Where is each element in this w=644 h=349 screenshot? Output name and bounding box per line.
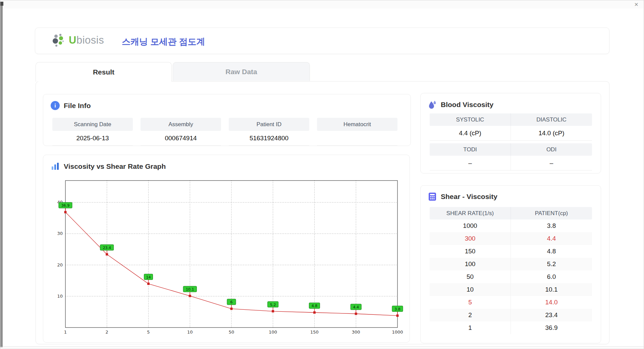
info-icon: i (51, 101, 60, 110)
patient-cell: 23.4 (511, 309, 592, 321)
systolic-value: 4.4 (cP) (430, 126, 511, 140)
svg-text:10: 10 (187, 330, 193, 335)
patient-cell: 10.1 (511, 283, 592, 296)
svg-text:6: 6 (230, 300, 233, 304)
shear-rate-cell: 50 (430, 270, 511, 283)
shear-viscosity-title: Shear - Viscosity (441, 193, 497, 201)
header-card: Ubiosis 스캐닝 모세관 점도계 (35, 28, 609, 54)
result-panel: i File Info Scanning Date 2025-06-13 Ass… (36, 81, 609, 344)
field-label: Patient ID (229, 118, 309, 131)
shear-rate-cell: 150 (430, 245, 511, 258)
field-label: Hematocrit (317, 118, 397, 131)
svg-text:100: 100 (269, 330, 277, 335)
logo-text: Ubiosis (69, 34, 104, 46)
chart-svg: 102030401251050100150300100036.923.41410… (50, 179, 404, 337)
svg-text:20: 20 (57, 262, 63, 267)
logo-u: U (69, 34, 76, 46)
app-logo: Ubiosis (51, 33, 104, 48)
table-row: 1010.1 (430, 283, 592, 296)
todi-header: TODI (430, 143, 511, 156)
table-row: 514.0 (430, 296, 592, 309)
table-row: 223.4 (430, 309, 592, 321)
shear-viscosity-table: SHEAR RATE(1/s) PATIENT(cp) 10003.83004.… (430, 207, 592, 334)
table-row: 3004.4 (430, 232, 592, 245)
shear-rate-cell: 2 (430, 309, 511, 321)
shear-rate-cell: 300 (430, 232, 511, 245)
field-value: 000674914 (141, 131, 221, 146)
svg-text:10: 10 (57, 294, 63, 299)
field-value: 2025-06-13 (52, 131, 133, 146)
patient-cell: 14.0 (511, 296, 592, 309)
viscosity-chart: 102030401251050100150300100036.923.41410… (50, 179, 404, 337)
svg-text:4.8: 4.8 (312, 304, 318, 308)
blood-viscosity-table: SYSTOLIC DIASTOLIC 4.4 (cP) 14.0 (cP) TO… (430, 113, 592, 170)
patient-column-header: PATIENT(cp) (511, 207, 592, 219)
shear-table-header: SHEAR RATE(1/s) PATIENT(cp) (430, 207, 592, 219)
diastolic-value: 14.0 (cP) (511, 126, 592, 140)
tab-raw-data[interactable]: Raw Data (173, 62, 310, 81)
patient-cell: 36.9 (511, 321, 592, 334)
table-row: 1005.2 (430, 258, 592, 270)
svg-text:300: 300 (352, 330, 360, 335)
field-value: 51631924800 (229, 131, 309, 146)
file-info-title: File Info (64, 102, 91, 110)
field-scanning-date: Scanning Date 2025-06-13 (52, 118, 133, 146)
odi-header: ODI (511, 143, 592, 156)
file-info-card: i File Info Scanning Date 2025-06-13 Ass… (43, 94, 411, 146)
patient-cell: 3.8 (511, 219, 592, 232)
svg-text:36.9: 36.9 (61, 203, 70, 208)
svg-text:50: 50 (229, 330, 234, 335)
todi-value: – (430, 156, 511, 170)
table-row: 136.9 (430, 321, 592, 334)
file-info-fields: Scanning Date 2025-06-13 Assembly 000674… (52, 118, 397, 146)
patient-cell: 5.2 (511, 258, 592, 270)
logo-dots-icon (51, 33, 65, 48)
shear-rate-cell: 1 (430, 321, 511, 334)
svg-text:23.4: 23.4 (103, 246, 111, 250)
svg-text:14: 14 (146, 275, 151, 280)
logo-rest: biosis (76, 34, 104, 46)
svg-text:10.1: 10.1 (186, 287, 194, 292)
shear-table-body: 10003.83004.41504.81005.2506.01010.1514.… (430, 219, 592, 334)
table-row: 1504.8 (430, 245, 592, 258)
systolic-header: SYSTOLIC (430, 113, 511, 126)
page-title: 스캐닝 모세관 점도계 (122, 36, 205, 48)
calculator-icon (428, 192, 437, 201)
svg-text:30: 30 (57, 231, 63, 236)
shear-viscosity-card: Shear - Viscosity SHEAR RATE(1/s) PATIEN… (420, 185, 601, 343)
field-patient-id: Patient ID 51631924800 (229, 118, 309, 146)
close-icon[interactable]: × (634, 1, 638, 8)
window-left-edge (0, 2, 3, 347)
tab-result[interactable]: Result (36, 62, 172, 82)
table-row: 10003.8 (430, 219, 592, 232)
svg-text:2: 2 (106, 330, 108, 335)
field-assembly: Assembly 000674914 (141, 118, 221, 146)
graph-title: Viscosity vs Shear Rate Graph (64, 162, 166, 170)
field-label: Assembly (141, 118, 221, 131)
field-hematocrit: Hematocrit (317, 118, 397, 146)
viscosity-graph-card: Viscosity vs Shear Rate Graph 1020304012… (43, 155, 410, 343)
field-value (317, 131, 397, 146)
window-corner-notch (0, 2, 3, 6)
patient-cell: 4.4 (511, 232, 592, 245)
shear-rate-cell: 5 (430, 296, 511, 309)
diastolic-header: DIASTOLIC (511, 113, 592, 126)
shear-rate-cell: 100 (430, 258, 511, 270)
svg-text:5: 5 (147, 330, 150, 335)
shear-rate-cell: 10 (430, 283, 511, 296)
patient-cell: 6.0 (511, 270, 592, 283)
svg-text:1000: 1000 (392, 330, 403, 335)
svg-text:3.8: 3.8 (394, 307, 400, 311)
patient-cell: 4.8 (511, 245, 592, 258)
window-titlebar (0, 0, 644, 8)
odi-value: – (511, 156, 592, 170)
svg-text:4.4: 4.4 (353, 305, 359, 309)
blood-viscosity-card: Blood Viscosity SYSTOLIC DIASTOLIC 4.4 (… (420, 93, 601, 173)
svg-text:1: 1 (64, 330, 67, 335)
svg-text:5.2: 5.2 (270, 303, 276, 307)
svg-text:150: 150 (310, 330, 319, 335)
blood-viscosity-title: Blood Viscosity (441, 101, 493, 109)
shear-rate-cell: 1000 (430, 219, 511, 232)
window-bottom-edge (0, 347, 644, 347)
bar-chart-icon (51, 162, 60, 171)
